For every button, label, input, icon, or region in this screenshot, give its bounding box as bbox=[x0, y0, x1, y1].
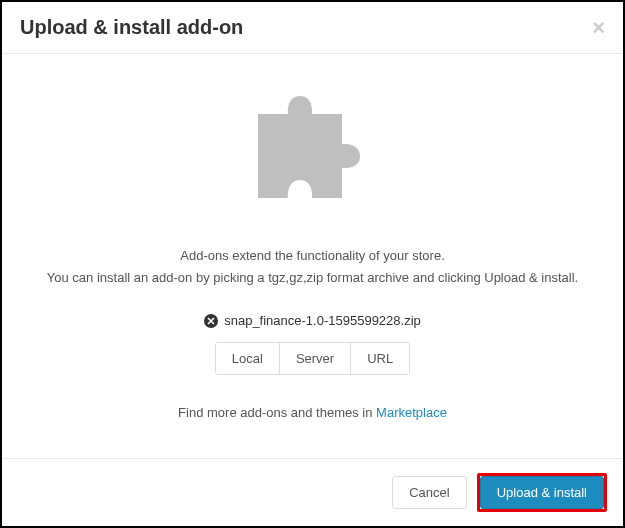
puzzle-piece-icon bbox=[238, 84, 388, 228]
marketplace-link[interactable]: Marketplace bbox=[376, 405, 447, 420]
source-server-button[interactable]: Server bbox=[280, 343, 351, 374]
upload-install-modal: Upload & install add-on × Add-ons extend… bbox=[0, 0, 625, 528]
selected-file-row: snap_finance-1.0-1595599228.zip bbox=[204, 313, 421, 328]
remove-file-icon[interactable] bbox=[204, 314, 218, 328]
selected-file-name: snap_finance-1.0-1595599228.zip bbox=[224, 313, 421, 328]
modal-title: Upload & install add-on bbox=[20, 16, 243, 39]
description-line-1: Add-ons extend the functionality of your… bbox=[180, 246, 445, 266]
modal-body: Add-ons extend the functionality of your… bbox=[2, 54, 623, 458]
source-local-button[interactable]: Local bbox=[216, 343, 280, 374]
modal-header: Upload & install add-on × bbox=[2, 2, 623, 54]
submit-button-highlight: Upload & install bbox=[477, 473, 607, 512]
source-url-button[interactable]: URL bbox=[351, 343, 409, 374]
marketplace-text: Find more add-ons and themes in Marketpl… bbox=[178, 405, 447, 420]
marketplace-prefix: Find more add-ons and themes in bbox=[178, 405, 376, 420]
cancel-button[interactable]: Cancel bbox=[392, 476, 466, 509]
upload-install-button[interactable]: Upload & install bbox=[480, 476, 604, 509]
modal-footer: Cancel Upload & install bbox=[2, 458, 623, 526]
description-line-2: You can install an add-on by picking a t… bbox=[47, 268, 578, 288]
file-source-group: Local Server URL bbox=[215, 342, 410, 375]
close-icon[interactable]: × bbox=[592, 17, 605, 39]
